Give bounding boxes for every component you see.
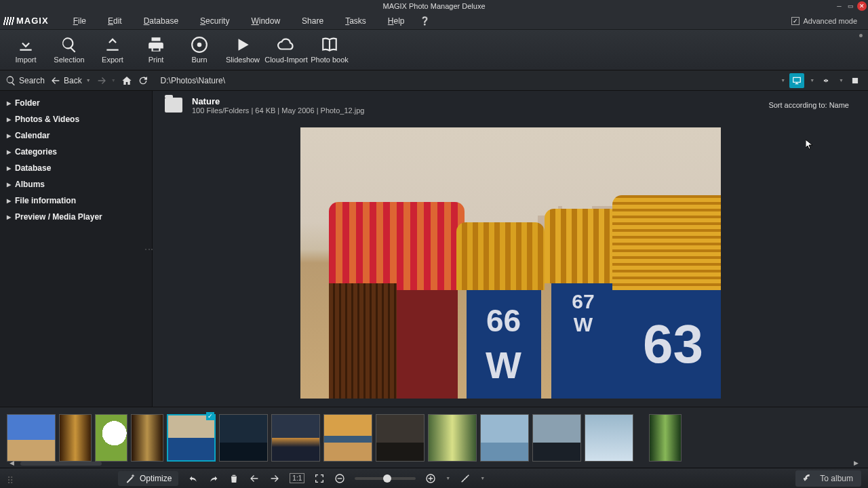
status-dot <box>859 34 863 37</box>
image-preview[interactable]: 66W 67W 63 <box>153 119 868 407</box>
burn-button[interactable]: Burn <box>178 31 221 69</box>
slideshow-button[interactable]: Slideshow <box>221 31 264 69</box>
refresh-button[interactable] <box>138 75 149 86</box>
strip-scrollbar[interactable] <box>20 462 102 466</box>
export-button[interactable]: Export <box>91 31 134 69</box>
arrow-right-icon <box>269 473 280 484</box>
menu-edit[interactable]: Edit <box>97 16 133 26</box>
advanced-mode-toggle[interactable]: ✓ Advanced mode <box>791 17 858 25</box>
to-album-button[interactable]: To album <box>795 470 861 487</box>
minimize-button[interactable]: ─ <box>834 1 844 10</box>
svg-point-1 <box>197 43 202 47</box>
thumbnail[interactable] <box>219 414 268 462</box>
sidebar-resize-handle[interactable]: ⋮ <box>144 245 154 252</box>
sort-icon <box>821 76 831 85</box>
effects-button[interactable] <box>460 473 471 484</box>
thumbnail[interactable] <box>7 414 56 462</box>
fit-button[interactable]: 1:1 <box>290 473 304 483</box>
zoom-dropdown[interactable]: ▼ <box>446 476 450 481</box>
thumbnail[interactable] <box>532 414 581 462</box>
square-icon <box>850 76 860 85</box>
search-button[interactable]: Search <box>5 75 45 86</box>
view-grid-button[interactable] <box>789 73 804 88</box>
export-icon <box>104 36 121 54</box>
undo-button[interactable] <box>188 473 199 484</box>
home-button[interactable] <box>121 75 132 86</box>
advanced-mode-label: Advanced mode <box>804 17 858 25</box>
menu-tasks[interactable]: Tasks <box>334 16 377 26</box>
thumbnail[interactable] <box>480 414 529 462</box>
search-icon <box>60 36 78 54</box>
strip-scroll-right[interactable]: ▶ <box>854 460 859 466</box>
undo-icon <box>188 473 199 484</box>
folder-header: Nature 100 Files/Folders | 64 KB | May 2… <box>153 91 868 119</box>
effects-dropdown[interactable]: ▼ <box>480 476 485 481</box>
photobook-button[interactable]: Photo book <box>308 31 351 69</box>
delete-button[interactable] <box>229 473 239 484</box>
thumbnail[interactable] <box>271 414 320 462</box>
thumbnail[interactable] <box>585 414 633 462</box>
sidebar-item-folder[interactable]: ▶Folder <box>5 95 146 111</box>
zoom-slider[interactable] <box>355 477 416 480</box>
forward-button[interactable]: ▼ <box>96 75 116 86</box>
thumbnail[interactable] <box>59 414 92 462</box>
sidebar-item-calendar[interactable]: ▶Calendar <box>5 127 146 144</box>
strip-scroll-left[interactable]: ◀ <box>9 460 14 466</box>
menu-share[interactable]: Share <box>291 16 334 26</box>
thumbnail[interactable] <box>428 414 477 462</box>
prev-button[interactable] <box>249 473 260 484</box>
menu-tooltip[interactable]: ❔ <box>416 16 434 26</box>
cloud-import-button[interactable]: Cloud-Import <box>264 31 308 69</box>
optimize-button[interactable]: Optimize <box>118 471 178 486</box>
thumbnail[interactable] <box>376 414 425 462</box>
print-button[interactable]: Print <box>134 31 178 69</box>
fullscreen-icon <box>314 473 325 484</box>
view-single-button[interactable] <box>848 73 863 88</box>
thumbnail[interactable] <box>95 414 127 462</box>
menu-security[interactable]: Security <box>189 16 240 26</box>
back-button[interactable]: Back▼ <box>50 75 91 86</box>
menu-help[interactable]: Help <box>377 16 416 26</box>
close-button[interactable]: ✕ <box>857 1 867 11</box>
next-button[interactable] <box>269 473 280 484</box>
search-icon <box>5 75 16 86</box>
redo-button[interactable] <box>208 473 219 484</box>
menu-window[interactable]: Window <box>240 16 291 26</box>
thumbnail[interactable] <box>131 414 163 462</box>
disc-icon <box>191 36 208 54</box>
minus-circle-icon <box>334 473 345 484</box>
sidebar-item-file-info[interactable]: ▶File information <box>5 192 146 209</box>
sidebar-item-albums[interactable]: ▶Albums <box>5 176 146 192</box>
menu-file[interactable]: File <box>62 16 97 26</box>
sidebar-item-database[interactable]: ▶Database <box>5 160 146 176</box>
maximize-button[interactable]: ▭ <box>846 1 856 10</box>
thumbnail[interactable] <box>649 414 682 462</box>
path-field[interactable]: D:\Photos\Nature\ <box>161 76 774 85</box>
title-bar: MAGIX Photo Manager Deluxe ─ ▭ ✕ <box>0 0 868 12</box>
bottom-toolbar: ⠿ Optimize 1:1 ▼ ▼ To album <box>0 468 868 488</box>
zoom-in-button[interactable] <box>425 473 436 484</box>
zoom-out-button[interactable] <box>334 473 345 484</box>
view-sort-button[interactable] <box>818 73 833 88</box>
checkbox-icon: ✓ <box>791 17 800 25</box>
home-icon <box>121 75 132 86</box>
fullscreen-button[interactable] <box>314 473 325 484</box>
redo-icon <box>208 473 219 484</box>
sidebar-item-categories[interactable]: ▶Categories <box>5 144 146 160</box>
folder-name: Nature <box>192 96 364 106</box>
menu-database[interactable]: Database <box>133 16 189 26</box>
sidebar-item-preview[interactable]: ▶Preview / Media Player <box>5 209 146 225</box>
import-button[interactable]: Import <box>4 31 47 69</box>
arrow-left-icon <box>50 75 61 86</box>
thumbnail[interactable] <box>323 414 372 462</box>
app-logo: MAGIX <box>4 16 49 26</box>
sidebar-item-photos-videos[interactable]: ▶Photos & Videos <box>5 111 146 127</box>
sort-dropdown[interactable]: Sort according to: Name <box>768 101 849 109</box>
svg-rect-3 <box>852 77 858 83</box>
import-icon <box>17 36 35 54</box>
selection-button[interactable]: Selection <box>47 31 91 69</box>
monitor-icon <box>792 76 802 85</box>
plus-circle-icon <box>425 473 436 484</box>
path-dropdown[interactable]: ▼ <box>781 78 785 83</box>
thumbnail-selected[interactable]: ✓ <box>167 414 216 462</box>
